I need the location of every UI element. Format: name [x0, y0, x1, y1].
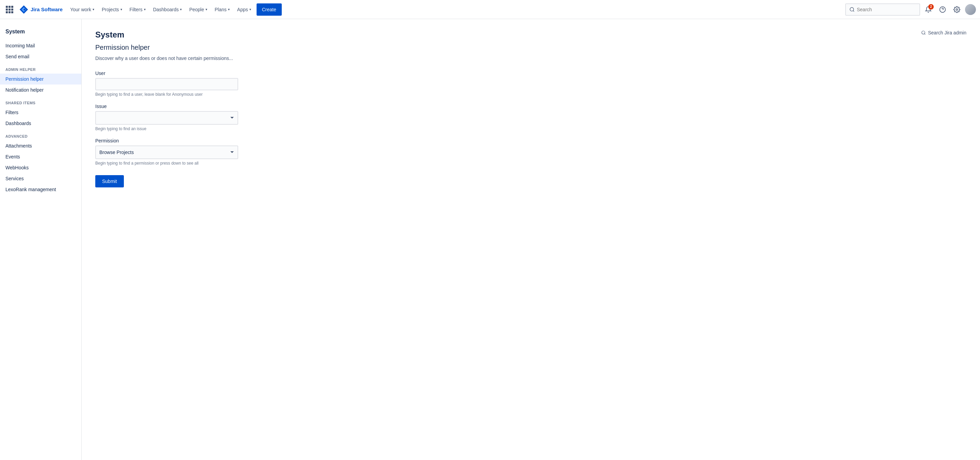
sidebar: System Incoming Mail Send email ADMIN HE…	[0, 19, 82, 460]
nav-items: Your work ▾ Projects ▾ Filters ▾ Dashboa…	[67, 3, 844, 16]
issue-hint: Begin typing to find an issue	[95, 126, 966, 131]
logo-link[interactable]: Jira Software	[16, 5, 65, 14]
sidebar-item-events[interactable]: Events	[0, 151, 81, 162]
settings-button[interactable]	[951, 3, 963, 16]
sidebar-item-send-email[interactable]: Send email	[0, 51, 81, 62]
chevron-down-icon: ▾	[92, 8, 94, 11]
permission-hint: Begin typing to find a permission or pre…	[95, 161, 966, 166]
nav-your-work[interactable]: Your work ▾	[67, 3, 98, 16]
svg-point-0	[850, 8, 854, 11]
notifications-button[interactable]: 2	[922, 3, 934, 16]
sidebar-section-advanced: ADVANCED	[0, 129, 81, 141]
nav-projects[interactable]: Projects ▾	[98, 3, 126, 16]
section-title: Permission helper	[95, 44, 966, 51]
chevron-down-icon: ▾	[144, 8, 146, 11]
user-hint: Begin typing to find a user, leave blank…	[95, 92, 966, 97]
svg-point-5	[922, 31, 925, 34]
chevron-down-icon: ▾	[250, 8, 251, 11]
user-label: User	[95, 70, 966, 76]
svg-line-1	[853, 11, 854, 11]
description-text: Discover why a user does or does not hav…	[95, 56, 966, 61]
chevron-down-icon: ▾	[180, 8, 182, 11]
search-jira-admin-link[interactable]: Search Jira admin	[921, 30, 966, 35]
avatar	[965, 4, 976, 15]
sidebar-item-dashboards[interactable]: Dashboards	[0, 118, 81, 129]
svg-point-4	[956, 8, 958, 10]
sidebar-item-lexorank[interactable]: LexoRank management	[0, 184, 81, 195]
grid-icon	[6, 6, 13, 13]
notification-badge: 2	[928, 4, 934, 10]
nav-apps[interactable]: Apps ▾	[234, 3, 255, 16]
create-button[interactable]: Create	[256, 3, 282, 16]
jira-logo-icon	[19, 5, 29, 14]
permission-field-group: Permission Browse Projects Create Issues…	[95, 138, 966, 166]
nav-plans[interactable]: Plans ▾	[211, 3, 233, 16]
nav-dashboards[interactable]: Dashboards ▾	[150, 3, 185, 16]
sidebar-section-admin-helper: ADMIN HELPER	[0, 62, 81, 73]
page-layout: System Incoming Mail Send email ADMIN HE…	[0, 19, 980, 460]
search-box[interactable]	[845, 3, 920, 16]
nav-filters[interactable]: Filters ▾	[126, 3, 149, 16]
issue-field-group: Issue Begin typing to find an issue	[95, 104, 966, 131]
user-input[interactable]	[95, 78, 238, 90]
user-field-group: User Begin typing to find a user, leave …	[95, 70, 966, 97]
issue-label: Issue	[95, 104, 966, 109]
svg-line-6	[924, 34, 926, 35]
chevron-down-icon: ▾	[121, 8, 122, 11]
sidebar-top-label: System	[0, 26, 81, 40]
sidebar-item-permission-helper[interactable]: Permission helper	[0, 73, 81, 85]
nav-people[interactable]: People ▾	[186, 3, 211, 16]
topnav-right: 2	[845, 3, 976, 16]
sidebar-item-notification-helper[interactable]: Notification helper	[0, 85, 81, 96]
sidebar-item-attachments[interactable]: Attachments	[0, 141, 81, 151]
chevron-down-icon: ▾	[205, 8, 207, 11]
gear-icon	[953, 6, 960, 13]
submit-button[interactable]: Submit	[95, 175, 124, 187]
page-title: System	[95, 30, 124, 40]
permission-helper-form: User Begin typing to find a user, leave …	[95, 70, 966, 187]
issue-select[interactable]	[95, 111, 238, 125]
sidebar-item-incoming-mail[interactable]: Incoming Mail	[0, 40, 81, 51]
help-button[interactable]	[937, 3, 949, 16]
permission-label: Permission	[95, 138, 966, 144]
sidebar-item-filters[interactable]: Filters	[0, 107, 81, 118]
help-icon	[939, 6, 946, 13]
sidebar-item-webhooks[interactable]: WebHooks	[0, 162, 81, 173]
sidebar-section-shared-items: SHARED ITEMS	[0, 96, 81, 107]
search-icon	[850, 7, 855, 12]
permission-select[interactable]: Browse Projects Create Issues Edit Issue…	[95, 145, 238, 159]
logo-text: Jira Software	[30, 6, 63, 12]
sidebar-item-services[interactable]: Services	[0, 173, 81, 184]
page-header-row: System Search Jira admin	[95, 30, 966, 42]
main-content: System Search Jira admin Permission help…	[82, 19, 980, 460]
top-navigation: Jira Software Your work ▾ Projects ▾ Fil…	[0, 0, 980, 19]
search-input[interactable]	[857, 7, 916, 12]
user-avatar-button[interactable]	[965, 4, 976, 15]
chevron-down-icon: ▾	[228, 8, 230, 11]
search-icon	[921, 30, 926, 35]
grid-menu-button[interactable]	[4, 4, 15, 15]
